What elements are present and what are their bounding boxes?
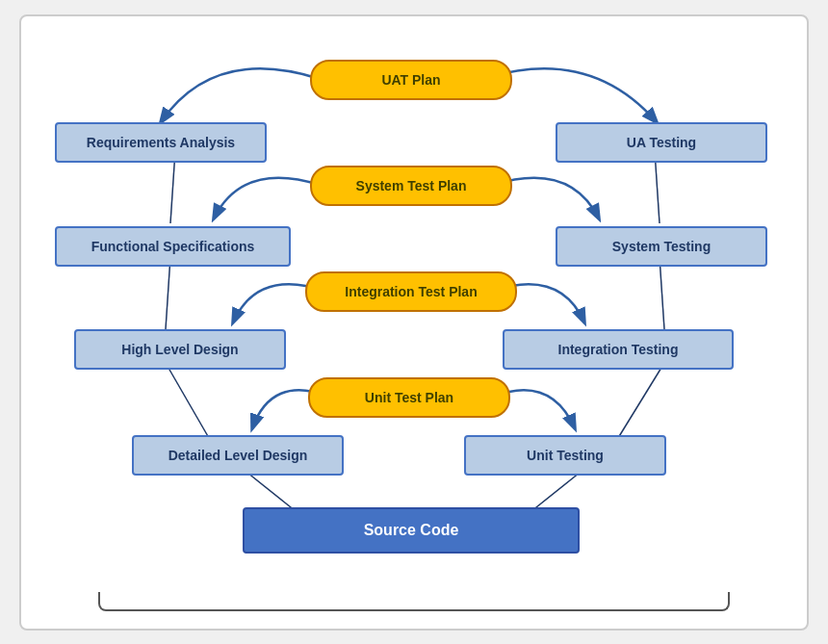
svg-line-5 <box>660 257 664 329</box>
integration-testing-label: Integration Testing <box>558 342 679 357</box>
svg-line-2 <box>166 363 209 438</box>
bottom-brace <box>98 592 730 611</box>
ua-testing-box: UA Testing <box>556 122 767 163</box>
source-code-label: Source Code <box>364 522 459 539</box>
uat-plan-box: UAT Plan <box>310 60 512 100</box>
functional-specs-box: Functional Specifications <box>55 226 291 267</box>
high-level-design-box: High Level Design <box>74 329 286 370</box>
requirements-analysis-box: Requirements Analysis <box>55 122 267 163</box>
svg-line-1 <box>166 257 170 329</box>
integration-testing-box: Integration Testing <box>503 329 734 370</box>
uat-plan-label: UAT Plan <box>381 72 440 88</box>
integration-test-plan-label: Integration Test Plan <box>345 284 477 299</box>
unit-testing-label: Unit Testing <box>527 448 604 463</box>
system-testing-label: System Testing <box>612 239 711 254</box>
unit-test-plan-box: Unit Test Plan <box>308 377 510 418</box>
system-testing-box: System Testing <box>556 226 767 267</box>
ua-testing-label: UA Testing <box>627 135 696 150</box>
diagram-container: UAT Plan Requirements Analysis UA Testin… <box>19 14 809 631</box>
unit-testing-box: Unit Testing <box>464 435 666 476</box>
detailed-level-design-label: Detailed Level Design <box>168 448 308 463</box>
integration-test-plan-box: Integration Test Plan <box>305 271 517 312</box>
high-level-design-label: High Level Design <box>121 342 238 357</box>
requirements-analysis-label: Requirements Analysis <box>87 135 235 150</box>
functional-specs-label: Functional Specifications <box>91 239 255 254</box>
detailed-level-design-box: Detailed Level Design <box>132 435 344 476</box>
unit-test-plan-label: Unit Test Plan <box>365 390 453 405</box>
svg-line-6 <box>618 363 664 438</box>
source-code-box: Source Code <box>243 507 580 554</box>
system-test-plan-box: System Test Plan <box>310 166 512 206</box>
system-test-plan-label: System Test Plan <box>356 178 467 193</box>
